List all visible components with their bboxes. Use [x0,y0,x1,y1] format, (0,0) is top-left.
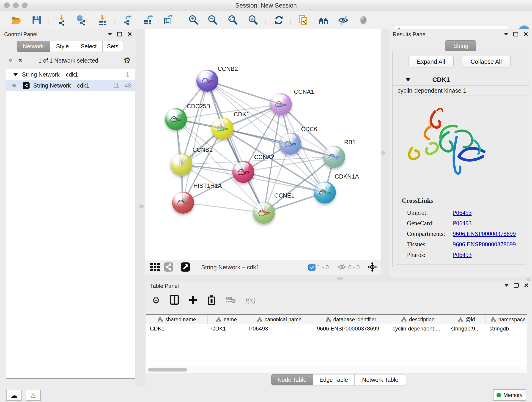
show-all-icon[interactable] [357,14,370,26]
save-session-icon[interactable] [30,14,43,26]
add-column-icon[interactable] [189,295,198,305]
tab-select[interactable]: Select [75,41,102,52]
import-network-database-icon[interactable] [75,14,88,26]
panel-close-icon[interactable]: ✕ [523,31,528,37]
memory-button[interactable]: Memory [493,389,526,401]
panel-close-icon[interactable]: ✕ [127,31,132,37]
network-options-gear-icon[interactable]: ⚙ [124,56,131,64]
network-row[interactable]: String Network – cdk1 11 48 [6,80,135,91]
column-header-database-identifier[interactable]: database identifier [313,315,389,324]
network-node-cdkn1a[interactable] [314,182,336,204]
zoom-in-icon[interactable] [187,14,200,26]
network-edge[interactable] [222,128,334,157]
selected-nodes-checkbox[interactable] [308,264,316,271]
network-edge[interactable] [207,81,281,104]
network-node-ccnb1[interactable] [171,153,192,176]
tab-sets[interactable]: Sets [102,41,123,52]
clone-network-icon[interactable] [297,14,310,26]
column-header-shared-name[interactable]: shared name [146,315,208,324]
panel-menu-icon[interactable] [504,33,508,36]
panel-close-icon[interactable]: ✕ [524,282,529,288]
export-image-icon[interactable] [162,14,175,26]
protein-header-row[interactable]: CDK1 [393,74,529,85]
panel-menu-icon[interactable] [505,284,509,287]
export-network-icon[interactable] [121,14,134,26]
right-splitter-handle[interactable] [381,151,385,155]
network-node-cdc25b[interactable] [165,108,187,130]
network-node-ccna2[interactable] [232,161,254,183]
tab-network-table[interactable]: Network Table [355,374,406,385]
network-node-rb1[interactable] [323,146,345,168]
tab-string[interactable]: String [445,40,476,51]
network-node-cdc6[interactable] [279,133,301,155]
column-header-canonical-name[interactable]: canonical name [245,315,313,324]
table-cell[interactable]: stringdb [486,324,527,333]
crosslink-link[interactable]: P06493 [453,251,472,259]
collection-expand-icon[interactable] [13,73,18,76]
tab-node-table[interactable]: Node Table [271,374,313,385]
protein-collapse-icon[interactable] [406,78,410,81]
import-table-file-icon[interactable] [96,14,109,26]
first-neighbors-icon[interactable] [317,14,330,26]
tab-style[interactable]: Style [50,41,75,52]
warnings-button[interactable]: ⚠ [26,390,41,401]
control-panel-title: Control Panel [4,31,37,38]
table-cell[interactable]: P06493 [245,324,313,333]
corner-grip-handle[interactable] [526,278,530,281]
zoom-fit-icon[interactable] [226,14,239,26]
table-options-gear-icon[interactable]: ⚙ [152,296,160,305]
bottom-splitter-handle[interactable] [337,277,343,280]
table-cell[interactable]: stringdb:9... [447,324,486,333]
birdseye-view-icon[interactable] [180,262,190,273]
delete-column-icon[interactable] [207,295,215,306]
crosslink-link[interactable]: 9606.ENSP00000378699 [453,241,516,248]
open-session-icon[interactable] [10,14,22,26]
crosslink-link[interactable]: 9606.ENSP00000378699 [453,230,516,237]
left-splitter-handle[interactable] [139,205,144,208]
panel-float-icon[interactable] [513,32,518,36]
crosslink-link[interactable]: P06493 [453,209,472,216]
tab-network[interactable]: Network [17,41,50,52]
column-header-description[interactable]: description [389,315,447,324]
column-header--id[interactable]: @id [447,315,486,324]
network-node-cdk1[interactable] [211,117,234,139]
table-cell[interactable]: cyclin-dependent ... [389,324,447,333]
table-cell[interactable]: CDK1 [208,324,245,333]
network-collection-row[interactable]: String Network – cdk1 1 [6,69,135,80]
scrollbar-thumb[interactable] [148,368,187,371]
network-share-view-icon[interactable] [164,262,174,273]
panel-float-icon[interactable] [514,283,519,288]
column-header-name[interactable]: name [208,315,245,324]
table-cell[interactable]: 9606.ENSP00000378699 [313,324,389,333]
collapse-all-button[interactable]: Collapse All [462,56,511,67]
table-cell[interactable]: CDK1 [146,324,208,333]
crosslink-link[interactable]: P06493 [453,220,472,227]
show-columns-icon[interactable] [170,295,179,306]
node-label-cdkn1a: CDKN1A [335,173,359,180]
network-edge[interactable] [183,203,264,213]
table-horizontal-scrollbar[interactable] [146,367,527,373]
column-header-label: namespace [498,317,526,323]
network-node-ccne1[interactable] [253,202,275,224]
tab-edge-table[interactable]: Edge Table [313,374,355,385]
toolbar-separator [114,13,115,27]
expand-all-button[interactable]: Expand All [408,56,454,67]
apply-layout-icon[interactable] [272,14,285,26]
cloud-status-button[interactable]: ☁ [6,390,22,401]
network-node-ccnb2[interactable] [196,70,218,92]
panel-float-icon[interactable] [117,32,122,36]
network-edge[interactable] [207,81,264,213]
network-canvas[interactable]: CCNB2CCNA1CDC25BCDK1CDC6RB1CCNB1CCNA2CDK… [145,29,381,260]
export-table-icon[interactable] [142,14,154,26]
network-node-ccna1[interactable] [270,93,292,115]
grid-view-icon[interactable] [150,262,160,273]
panel-menu-icon[interactable] [108,33,112,36]
zoom-selected-icon[interactable] [247,14,259,26]
hide-selected-icon[interactable] [337,14,350,26]
zoom-out-icon[interactable] [206,14,219,26]
pan-crosshair-icon[interactable] [367,262,377,273]
network-node-hist1h1a[interactable] [172,191,194,214]
column-header-namespace[interactable]: namespace [486,315,527,324]
import-network-file-icon[interactable] [56,14,68,26]
crosslinks-section: CrossLinks Uniprot:P06493GeneCard:P06493… [402,197,516,260]
